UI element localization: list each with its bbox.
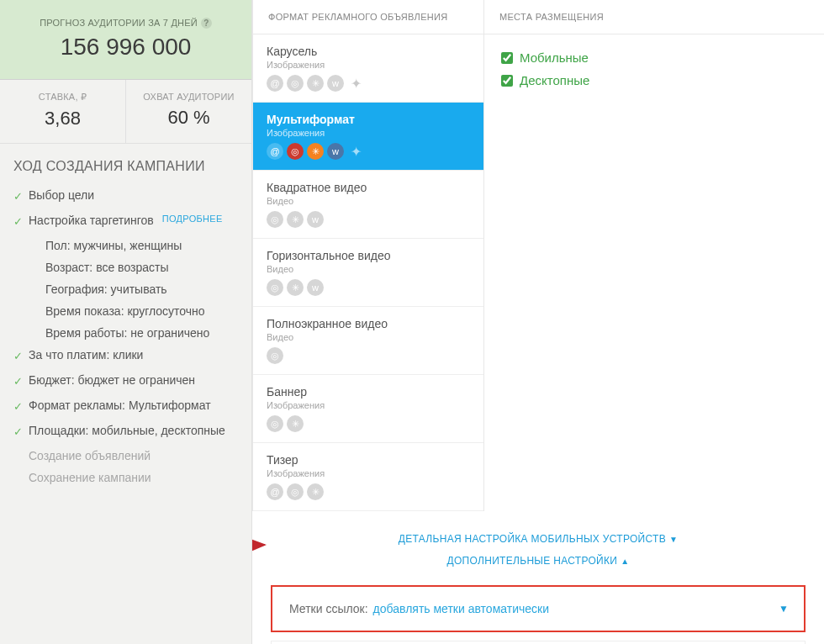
platform-icon: ✦ [347, 75, 364, 92]
platform-icon: @ [267, 483, 283, 500]
format-item-multiformat[interactable]: Мультиформат Изображения @ ◎ ✳ w ✦ [253, 103, 483, 171]
platform-icon: ✳ [307, 75, 324, 92]
bid-label: СТАВКА, ₽ [0, 92, 125, 103]
format-item-carousel[interactable]: Карусель Изображения @ ◎ ✳ w ✦ [253, 34, 483, 103]
substep-geo[interactable]: География: учитывать [13, 278, 238, 300]
format-list: Карусель Изображения @ ◎ ✳ w ✦ Мульт [253, 34, 483, 511]
format-item-banner[interactable]: Баннер Изображения ◎ ✳ [253, 375, 483, 443]
check-icon: ✓ [13, 424, 24, 441]
more-link[interactable]: ПОДРОБНЕЕ [162, 214, 223, 224]
format-item-fullscreen-video[interactable]: Полноэкранное видео Видео ◎ [253, 307, 483, 375]
placement-mobile-label[interactable]: Мобильные [520, 50, 589, 65]
substep-time[interactable]: Время показа: круглосуточно [13, 300, 238, 322]
placement-desktop-label[interactable]: Десктопные [520, 73, 589, 87]
platform-icon: ◎ [267, 415, 283, 432]
step-targeting[interactable]: ✓Настройка таргетинговПОДРОБНЕЕ [13, 209, 238, 235]
platform-icon: w [307, 279, 324, 296]
platform-icon: ◎ [267, 279, 283, 296]
platform-icon: ◎ [267, 211, 283, 228]
platform-icon: ◎ [267, 347, 283, 364]
reach-value: 60 % [126, 107, 251, 129]
chevron-down-icon[interactable]: ▼ [779, 603, 789, 615]
placement-desktop-row[interactable]: Десктопные [501, 69, 807, 92]
chevron-up-icon: ▲ [621, 557, 629, 566]
placements-column: МЕСТА РАЗМЕЩЕНИЯ Мобильные Десктопные [484, 0, 824, 511]
platform-icon: ✳ [287, 279, 304, 296]
step-goal[interactable]: ✓Выбор цели [13, 184, 238, 209]
check-icon: ✓ [13, 399, 24, 415]
audience-forecast-block: ПРОГНОЗ АУДИТОРИИ ЗА 7 ДНЕЙ ? 156 996 00… [0, 0, 251, 80]
forecast-value: 156 996 000 [8, 34, 243, 61]
platform-icon: ✦ [347, 143, 364, 160]
platform-icon: w [327, 143, 344, 160]
platform-icon: @ [267, 143, 283, 160]
step-pay[interactable]: ✓За что платим: клики [13, 344, 238, 369]
platform-icon: @ [267, 75, 283, 92]
step-format[interactable]: ✓Формат рекламы: Мультиформат [13, 394, 238, 420]
help-icon[interactable]: ? [201, 18, 212, 29]
platform-icon: ✳ [287, 211, 304, 228]
reach-metric: ОХВАТ АУДИТОРИИ 60 % [125, 80, 251, 143]
format-column: ФОРМАТ РЕКЛАМНОГО ОБЪЯВЛЕНИЯ Карусель Из… [253, 0, 484, 511]
platform-icon: w [327, 75, 344, 92]
check-icon: ✓ [13, 373, 24, 390]
check-icon: ✓ [13, 214, 24, 230]
placement-desktop-checkbox[interactable] [501, 75, 513, 87]
substep-worktime[interactable]: Время работы: не ограничено [13, 322, 238, 344]
step-create-ads[interactable]: Создание объявлений [13, 445, 238, 467]
step-placements[interactable]: ✓Площадки: мобильные, десктопные [13, 420, 238, 445]
campaign-progress: ХОД СОЗДАНИЯ КАМПАНИИ ✓Выбор цели ✓Настр… [0, 144, 251, 499]
bid-metric: СТАВКА, ₽ 3,68 [0, 80, 125, 143]
main-panel: ФОРМАТ РЕКЛАМНОГО ОБЪЯВЛЕНИЯ Карусель Из… [252, 0, 824, 644]
forecast-label-text: ПРОГНОЗ АУДИТОРИИ ЗА 7 ДНЕЙ [40, 18, 198, 28]
offline-conversions-panel[interactable]: Учёт офлайн-конверсий: не учитывать ? ▼ [271, 641, 806, 644]
substep-gender[interactable]: Пол: мужчины, женщины [13, 235, 238, 256]
platform-icon: ✳ [307, 143, 324, 160]
placements-column-header: МЕСТА РАЗМЕЩЕНИЯ [484, 0, 824, 34]
url-labels-value[interactable]: добавлять метки автоматически [373, 602, 549, 615]
platform-icon: ◎ [287, 483, 304, 500]
platform-icon: ✳ [307, 483, 324, 500]
step-save[interactable]: Сохранение кампании [13, 467, 238, 488]
bid-value: 3,68 [0, 108, 125, 129]
url-labels-panel[interactable]: Метки ссылок: добавлять метки автоматиче… [271, 585, 806, 632]
expand-advanced-settings[interactable]: ДОПОЛНИТЕЛЬНЫЕ НАСТРОЙКИ▲ [447, 550, 630, 572]
format-item-horizontal-video[interactable]: Горизонтальное видео Видео ◎ ✳ w [253, 239, 483, 307]
format-column-header: ФОРМАТ РЕКЛАМНОГО ОБЪЯВЛЕНИЯ [253, 0, 483, 34]
platform-icon: ◎ [287, 75, 304, 92]
expand-mobile-settings[interactable]: ДЕТАЛЬНАЯ НАСТРОЙКА МОБИЛЬНЫХ УСТРОЙСТВ▼ [399, 528, 678, 550]
step-budget[interactable]: ✓Бюджет: бюджет не ограничен [13, 369, 238, 394]
placement-mobile-checkbox[interactable] [501, 52, 513, 64]
chevron-down-icon: ▼ [669, 535, 678, 544]
platform-icon: w [307, 211, 324, 228]
format-item-square-video[interactable]: Квадратное видео Видео ◎ ✳ w [253, 171, 483, 239]
metrics-row: СТАВКА, ₽ 3,68 ОХВАТ АУДИТОРИИ 60 % [0, 80, 251, 144]
sidebar: ПРОГНОЗ АУДИТОРИИ ЗА 7 ДНЕЙ ? 156 996 00… [0, 0, 252, 644]
substep-age[interactable]: Возраст: все возрасты [13, 256, 238, 278]
reach-label: ОХВАТ АУДИТОРИИ [126, 92, 251, 102]
platform-icon: ✳ [287, 415, 304, 432]
format-item-teaser[interactable]: Тизер Изображения @ ◎ ✳ [253, 443, 483, 511]
url-labels-label: Метки ссылок: [289, 602, 368, 615]
check-icon: ✓ [13, 348, 24, 365]
progress-title: ХОД СОЗДАНИЯ КАМПАНИИ [13, 159, 238, 174]
platform-icon: ◎ [287, 143, 304, 160]
check-icon: ✓ [13, 188, 24, 205]
forecast-label: ПРОГНОЗ АУДИТОРИИ ЗА 7 ДНЕЙ ? [40, 18, 212, 29]
placement-mobile-row[interactable]: Мобильные [501, 46, 807, 69]
